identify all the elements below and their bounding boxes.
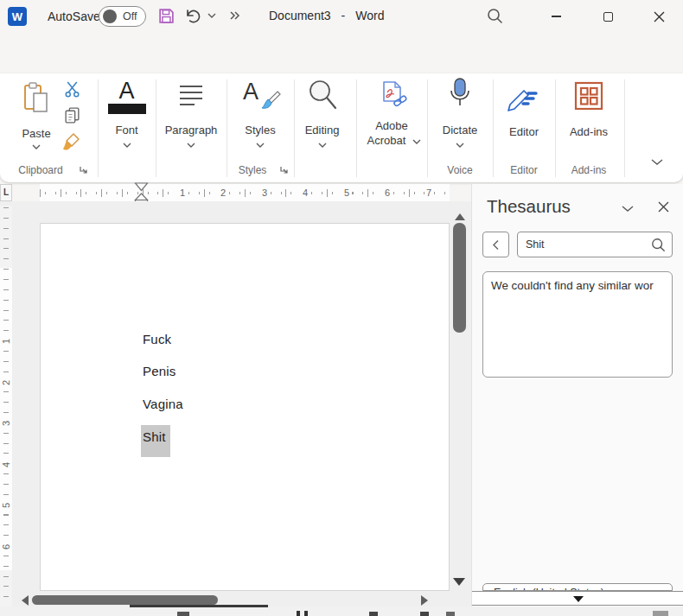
ruler-number: 5	[342, 187, 351, 199]
styles-group-label: Styles	[227, 164, 278, 176]
editor-pen-icon	[507, 80, 541, 111]
chevron-down-icon	[32, 144, 41, 149]
document-text-line[interactable]: Fuck	[143, 332, 171, 346]
bottom-edge	[0, 606, 683, 616]
undo-button[interactable]	[183, 7, 202, 25]
magnifier-icon	[307, 79, 338, 111]
adobe-label-line1: Adobe	[358, 119, 425, 132]
close-button[interactable]	[644, 3, 673, 29]
chevron-down-icon	[621, 205, 635, 213]
paragraph-icon	[178, 84, 204, 106]
adobe-acrobat-icon	[376, 80, 407, 110]
document-text-line-selected[interactable]: Shit	[143, 429, 166, 444]
taskbar-fragment	[420, 612, 429, 616]
search-icon[interactable]	[651, 238, 666, 252]
collapse-ribbon-button[interactable]	[650, 158, 671, 172]
vertical-scrollbar-thumb[interactable]	[453, 223, 466, 333]
double-chevron-icon	[228, 10, 240, 22]
thesaurus-back-button[interactable]	[482, 232, 509, 257]
document-page[interactable]	[40, 223, 450, 591]
save-button[interactable]	[157, 7, 176, 25]
pane-close-button[interactable]	[654, 198, 673, 217]
close-icon	[658, 201, 669, 213]
thesaurus-pane: Thesaurus We couldn't find any similar w…	[471, 184, 683, 616]
document-name: Document3	[269, 9, 331, 22]
ruler-number: 7	[424, 187, 433, 199]
microphone-icon	[446, 77, 474, 110]
chevron-down-icon	[207, 13, 216, 18]
window-title: Document3 - Word	[269, 9, 384, 22]
word-window: W AutoSave Off	[0, 0, 683, 616]
thesaurus-search-box	[517, 232, 673, 257]
document-text-line[interactable]: Penis	[143, 364, 176, 378]
search-button[interactable]	[487, 8, 503, 24]
clipboard-dialog-launcher[interactable]	[78, 164, 88, 175]
title-bar: W AutoSave Off	[0, 0, 683, 33]
search-icon	[487, 8, 503, 24]
pane-options-button[interactable]	[617, 200, 638, 219]
editing-group-button[interactable]: Editing	[294, 79, 350, 158]
taskbar-fragment	[446, 612, 455, 616]
horizontal-scrollbar-thumb[interactable]	[32, 595, 218, 605]
undo-dropdown-button[interactable]	[207, 13, 216, 18]
thesaurus-search-input[interactable]	[518, 232, 672, 257]
cut-button[interactable]	[64, 81, 83, 98]
autosave-label: AutoSave	[48, 10, 100, 23]
paste-label: Paste	[14, 127, 59, 140]
format-painter-button[interactable]	[62, 132, 83, 151]
vruler-number: 5	[1, 499, 11, 511]
thesaurus-results-box: We couldn't find any similar wor	[482, 271, 673, 378]
chevron-down-icon	[318, 143, 327, 148]
title-separator: -	[342, 9, 346, 22]
scroll-left-arrow[interactable]	[22, 595, 29, 606]
styles-dialog-launcher[interactable]	[278, 164, 289, 175]
scroll-right-arrow[interactable]	[421, 595, 428, 606]
document-text-line[interactable]: Vagina	[143, 397, 183, 411]
paste-icon	[23, 82, 49, 115]
close-icon	[654, 11, 665, 22]
taskbar-fragment	[130, 605, 268, 607]
expand-down-icon	[573, 596, 584, 602]
font-color-bar-icon	[108, 104, 146, 114]
ribbon: Paste Clipboard	[0, 73, 683, 182]
ruler-number: 6	[383, 187, 392, 199]
taskbar-fragment	[369, 612, 378, 616]
more-commands-button[interactable]	[228, 10, 240, 22]
add-ins-button[interactable]: Add-ins	[559, 80, 619, 156]
ruler-number: 4	[301, 187, 310, 199]
vruler-number: 1	[1, 335, 11, 347]
dialog-launcher-icon	[78, 164, 88, 175]
font-group-button[interactable]: A Font	[98, 79, 156, 158]
styles-label: Styles	[230, 124, 290, 137]
adobe-label-line2: Acrobat	[358, 134, 415, 147]
autosave-toggle[interactable]: Off	[99, 6, 146, 27]
styles-button[interactable]: A Styles	[230, 79, 290, 158]
undo-icon	[183, 7, 202, 25]
editor-button[interactable]: Editor	[495, 80, 553, 156]
language-dropdown[interactable]: English (United States)	[482, 583, 673, 591]
tab-stop-selector[interactable]: L	[0, 184, 12, 201]
autosave-state: Off	[123, 10, 137, 22]
pane-bottom-bar[interactable]	[472, 591, 683, 606]
format-painter-icon	[62, 132, 81, 151]
paste-button[interactable]: Paste	[14, 80, 59, 155]
ruler-number: 1	[178, 187, 187, 199]
dictate-button[interactable]: Dictate	[431, 77, 489, 158]
copy-button[interactable]	[64, 106, 83, 125]
chevron-down-icon	[412, 139, 421, 144]
editing-label: Editing	[294, 124, 350, 137]
maximize-button[interactable]	[593, 3, 622, 29]
taskbar-fragment	[297, 611, 300, 616]
chevron-down-icon	[456, 143, 464, 148]
scroll-up-arrow[interactable]	[455, 213, 465, 220]
no-results-message: We couldn't find any similar wor	[483, 272, 672, 292]
minimize-button[interactable]	[541, 3, 571, 29]
vruler-number: 4	[1, 459, 11, 471]
scroll-down-arrow[interactable]	[453, 578, 465, 586]
styles-glyph: A	[243, 79, 259, 105]
paragraph-group-button[interactable]: Paragraph	[156, 79, 226, 158]
ruler-number: 2	[219, 187, 227, 199]
vruler-number: 2	[1, 377, 11, 389]
word-logo-icon[interactable]: W	[8, 7, 27, 26]
adobe-acrobat-button[interactable]: Adobe Acrobat	[358, 79, 425, 158]
